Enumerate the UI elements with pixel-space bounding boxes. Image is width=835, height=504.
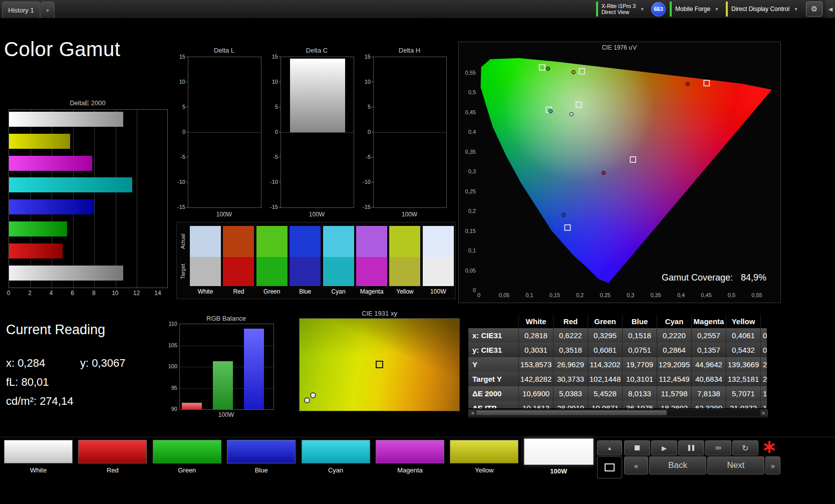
table-scrollbar[interactable]: ◄ ► — [468, 409, 768, 417]
x-tick-label: 0,2 — [576, 292, 584, 298]
y-tick-mark — [186, 82, 188, 82]
actual-swatch — [190, 226, 221, 257]
stop-icon — [635, 445, 640, 450]
y-tick-label: 0,25 — [461, 188, 476, 194]
source-dropdown[interactable]: Mobile Forge ▼ — [670, 0, 722, 18]
chart-title: Delta L — [188, 47, 260, 54]
up-arrow-icon: ▲ — [607, 445, 612, 451]
target-swatch — [389, 257, 420, 286]
scroll-right-arrow-icon[interactable]: ► — [760, 410, 767, 416]
play-button[interactable]: ▶ — [651, 440, 677, 455]
deltae-gridline — [116, 110, 116, 288]
x-axis-label: 100W — [281, 211, 353, 218]
stop-button[interactable] — [624, 440, 650, 455]
reading-fl: fL:80,01 — [6, 376, 52, 389]
meter-count-badge[interactable]: 663 — [651, 2, 666, 17]
pattern-button-yellow[interactable] — [450, 440, 518, 463]
blackout-screen-button[interactable] — [597, 456, 622, 478]
cie-1976-chart: CIE 1976 u'v' Gamut Coverage: 84,9% 00,0… — [458, 42, 781, 303]
y-tick-label: 0,35 — [461, 149, 476, 155]
pause-button[interactable] — [678, 440, 704, 455]
swatch-column-blue: Blue — [290, 226, 321, 295]
first-page-button[interactable]: « — [624, 456, 648, 474]
y-tick-label: 0,5 — [461, 89, 476, 95]
refresh-icon: ↻ — [742, 443, 748, 453]
y-tick-label: 100 — [164, 363, 177, 369]
y-tick-mark — [372, 82, 373, 82]
chart-title: CIE 1931 xy — [299, 310, 460, 317]
actual-swatch — [356, 226, 387, 257]
pattern-button-magenta[interactable] — [376, 440, 444, 463]
y-tick-label: 0,2 — [461, 208, 476, 214]
measured-marker-magenta — [602, 171, 605, 174]
plus-icon: + — [46, 7, 50, 14]
target-row-label: Target — [180, 257, 186, 286]
y-tick-mark — [279, 182, 281, 182]
x-axis-label: 100W — [373, 211, 446, 218]
deltae-bar-red — [9, 243, 63, 259]
tab-history[interactable]: History 1 — [2, 2, 40, 18]
pattern-button-100w[interactable] — [524, 439, 593, 464]
y-tick-label: 15 — [360, 54, 371, 60]
continuous-read-button[interactable]: ∞ — [705, 440, 731, 455]
notification-button[interactable] — [760, 438, 778, 455]
chevron-down-icon: ▼ — [794, 7, 798, 12]
y-tick-label: 0 — [267, 129, 278, 135]
plot-area — [179, 324, 274, 410]
collapse-panel-button[interactable]: ◀ — [826, 0, 835, 18]
y-tick-mark — [186, 157, 188, 157]
scroll-left-arrow-icon[interactable]: ◄ — [469, 410, 476, 416]
pattern-button-cyan[interactable] — [302, 440, 370, 463]
swatch-label: Blue — [290, 288, 321, 295]
column-header-cyan: Cyan — [657, 315, 692, 328]
deltae-x-axis: 02468101214 — [9, 290, 167, 298]
add-tab-button[interactable]: + — [41, 2, 55, 18]
deltae-bar-yellow — [9, 134, 70, 149]
screen-icon — [605, 463, 615, 471]
x-tick-label: 0,25 — [600, 292, 611, 298]
pattern-button-white[interactable] — [4, 440, 73, 463]
y-tick-label: -10 — [360, 179, 371, 185]
y-tick-label: 0,05 — [461, 268, 476, 274]
y-tick-label: 0,3 — [461, 168, 476, 174]
y-tick-label: -10 — [267, 179, 278, 185]
meter-dropdown[interactable]: X-Rite i1Pro 3 Direct View ▼ — [596, 0, 647, 18]
x-tick-label: 0,15 — [549, 292, 560, 298]
meter-device-label: X-Rite i1Pro 3 Direct View — [602, 3, 636, 15]
loop-button[interactable]: ↻ — [732, 440, 758, 455]
y-tick-label: -5 — [267, 154, 278, 160]
pattern-slot-yellow: Yellow — [450, 440, 518, 474]
chart-title: Delta H — [373, 47, 446, 54]
column-header-red: Red — [553, 315, 588, 328]
y-tick-label: 0,45 — [461, 109, 476, 115]
swatch-column-magenta: Magenta — [356, 226, 387, 295]
target-swatch — [323, 257, 354, 286]
pattern-button-blue[interactable] — [227, 440, 296, 463]
actual-target-swatch-strip: Actual Target WhiteRedGreenBlueCyanMagen… — [176, 222, 456, 299]
zero-line — [188, 132, 261, 133]
back-button[interactable]: Back — [649, 456, 706, 474]
pattern-button-red[interactable] — [78, 440, 147, 463]
settings-button[interactable]: ⚙ — [806, 2, 822, 17]
deltae-bar-white — [9, 112, 123, 127]
target-swatch — [190, 257, 221, 286]
expand-up-button[interactable]: ▲ — [597, 440, 622, 455]
table-row: Target Y142,828230,3733102,144810,310111… — [468, 372, 767, 386]
scrollbar-thumb[interactable] — [476, 410, 667, 415]
display-control-dropdown[interactable]: Direct Display Control ▼ — [726, 0, 801, 18]
pattern-label: White — [4, 466, 73, 474]
y-tick-label: 0,55 — [461, 70, 476, 76]
x-axis-label: 100W — [188, 211, 260, 218]
y-tick-mark — [279, 132, 281, 132]
swatch-label: White — [190, 288, 221, 295]
chart-title: DeltaE 2000 — [9, 99, 167, 107]
y-tick-mark — [279, 107, 281, 107]
target-marker — [376, 361, 383, 368]
deltae-x-tick-label: 6 — [71, 290, 74, 297]
next-button[interactable]: Next — [707, 456, 764, 474]
pattern-slot-blue: Blue — [227, 440, 296, 474]
pause-icon — [688, 445, 690, 451]
last-page-button[interactable]: » — [765, 456, 780, 474]
pattern-button-green[interactable] — [153, 440, 221, 463]
swatch-label: Cyan — [323, 288, 354, 295]
